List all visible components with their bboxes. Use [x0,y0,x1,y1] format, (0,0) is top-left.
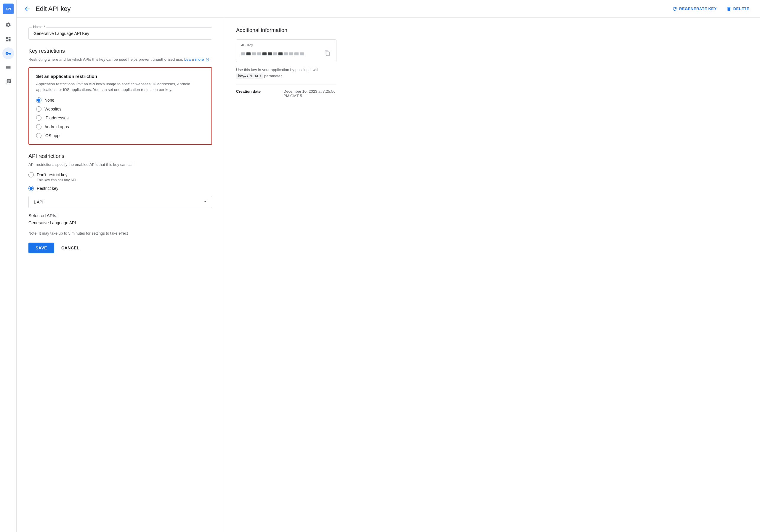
key-block-7 [273,52,277,55]
content-area: Name * Key restrictions Restricting wher… [17,18,760,532]
sidebar-item-settings[interactable] [2,19,14,31]
api-restrictions-desc: API restrictions specify the enabled API… [28,162,212,168]
save-button[interactable]: SAVE [28,243,54,253]
cancel-button[interactable]: CANCEL [59,243,82,253]
additional-info-title: Additional information [236,27,336,33]
api-dropdown-wrapper: 1 API 2 APIs 3 APIs [28,196,212,208]
dont-restrict-sublabel: This key can call any API [37,178,212,182]
key-restrictions-section: Key restrictions Restricting where and f… [28,48,212,253]
topbar-actions: REGENERATE KEY DELETE [669,4,753,14]
api-count-dropdown[interactable]: 1 API 2 APIs 3 APIs [28,196,212,208]
dont-restrict-option: Don't restrict key This key can call any… [28,172,212,182]
radio-restrict-key[interactable]: Restrict key [28,186,212,191]
api-key-masked [241,52,304,55]
creation-label: Creation date [236,89,272,98]
key-block-6 [268,52,272,55]
key-block-5 [262,52,266,55]
use-key-text: Use this key in your application by pass… [236,67,336,79]
app-logo: API [3,4,14,14]
sidebar: API [0,0,17,532]
action-buttons: SAVE CANCEL [28,243,212,253]
sidebar-item-list[interactable] [2,62,14,73]
app-restriction-title: Set an application restriction [36,74,204,79]
radio-websites[interactable]: Websites [36,106,204,112]
right-panel: Additional information API Key [224,18,348,532]
app-restriction-box: Set an application restriction Applicati… [28,67,212,145]
name-field: Name * [28,27,212,40]
sidebar-item-config[interactable] [2,76,14,88]
radio-ios-apps[interactable]: iOS apps [36,133,204,138]
back-button[interactable] [24,5,31,13]
api-key-value [241,49,331,58]
key-block-2 [246,52,251,55]
key-restrictions-desc: Restricting where and for which APIs thi… [28,57,212,63]
sidebar-item-key[interactable] [2,47,14,59]
api-key-box: API Key [236,39,336,62]
app-restriction-desc: Application restrictions limit an API ke… [36,81,204,93]
key-param-code: key=API_KEY [236,73,263,79]
left-panel: Name * Key restrictions Restricting wher… [17,18,224,532]
api-key-label: API Key [241,43,331,47]
name-label: Name * [32,25,46,29]
key-block-10 [289,52,293,55]
radio-dont-restrict[interactable]: Don't restrict key [28,172,212,177]
selected-api-item: Generative Language API [28,220,212,225]
radio-none[interactable]: None [36,97,204,103]
api-restriction-radio-group: Don't restrict key This key can call any… [28,172,212,191]
api-restrictions-title: API restrictions [28,153,212,159]
info-divider [236,84,336,84]
creation-date-row: Creation date December 10, 2023 at 7:25:… [236,89,336,98]
page-title: Edit API key [35,5,664,13]
delete-key-button[interactable]: DELETE [723,4,753,14]
radio-android-apps[interactable]: Android apps [36,124,204,129]
key-block-1 [241,52,245,55]
copy-key-icon[interactable] [323,49,331,58]
sidebar-item-dashboard[interactable] [2,33,14,45]
key-block-3 [252,52,256,55]
radio-ip-addresses[interactable]: IP addresses [36,115,204,121]
key-block-9 [284,52,288,55]
selected-apis-title: Selected APIs: [28,213,212,218]
app-restriction-radio-group: None Websites IP addresses Android [36,97,204,138]
main-container: Edit API key REGENERATE KEY DELETE Name … [17,0,760,532]
name-input[interactable] [28,27,212,40]
learn-more-link[interactable]: Learn more [184,57,209,62]
selected-apis-section: Selected APIs: Generative Language API [28,213,212,225]
key-block-4 [257,52,261,55]
settings-note: Note: It may take up to 5 minutes for se… [28,231,212,235]
key-block-8 [278,52,283,55]
regenerate-key-button[interactable]: REGENERATE KEY [669,4,720,14]
creation-value: December 10, 2023 at 7:25:56 PM GMT-5 [283,89,336,98]
key-restrictions-title: Key restrictions [28,48,212,54]
key-block-12 [300,52,304,55]
key-block-11 [294,52,299,55]
topbar: Edit API key REGENERATE KEY DELETE [17,0,760,18]
api-restrictions-section: API restrictions API restrictions specif… [28,153,212,236]
